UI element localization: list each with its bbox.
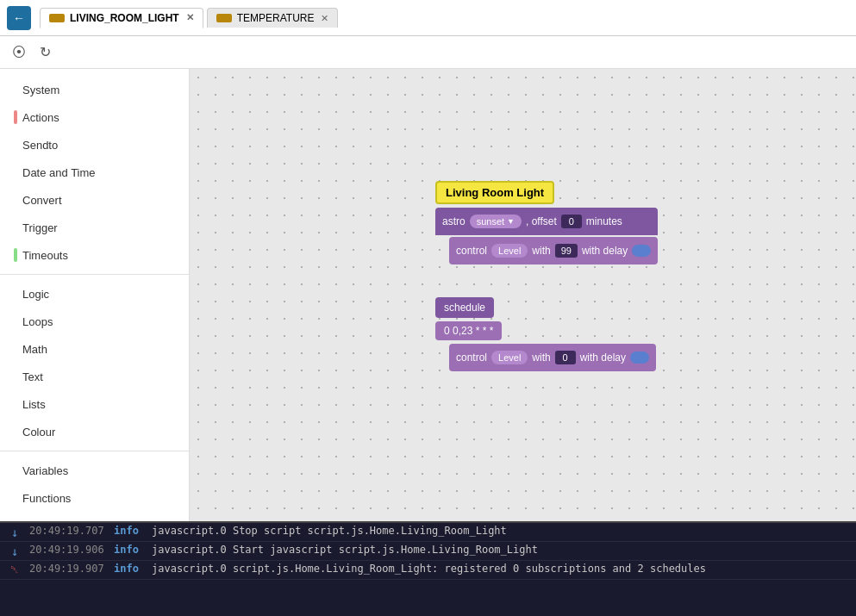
tab-icon-temperature — [216, 14, 232, 22]
sidebar-label-convert: Convert — [22, 194, 62, 207]
control-text-2: control — [456, 352, 487, 364]
convert-indicator — [14, 193, 17, 207]
sidebar-label-functions: Functions — [22, 492, 71, 505]
log-icon-download-1: ↓ — [7, 544, 22, 558]
log-row-1: ↓ 20:49:19.906 info javascript.0 Start j… — [0, 542, 856, 561]
with-delay-text-2: with delay — [580, 352, 626, 364]
tab-close-temperature[interactable]: ✕ — [321, 13, 328, 24]
with-text-2: with — [532, 352, 550, 364]
level-value-1[interactable]: 99 — [555, 244, 578, 258]
sidebar-item-timeouts[interactable]: Timeouts — [0, 241, 189, 269]
main-area: System Actions Sendto Date and Time Conv… — [0, 69, 856, 521]
tab-temperature[interactable]: TEMPERATURE ✕ — [207, 8, 339, 28]
with-text-1: with — [532, 245, 550, 257]
sidebar-label-text: Text — [22, 370, 43, 383]
variables-indicator — [14, 464, 17, 477]
refresh-button[interactable]: ↻ — [36, 40, 54, 64]
sidebar-item-date-and-time[interactable]: Date and Time — [0, 159, 189, 186]
log-message-2: javascript.0 script.js.Home.Living_Room_… — [152, 563, 849, 575]
sidebar-item-variables[interactable]: Variables — [0, 457, 189, 484]
trigger-indicator — [14, 221, 17, 234]
separator-1 — [0, 274, 189, 275]
sunset-pill[interactable]: sunset ▼ — [470, 215, 522, 228]
sidebar-label-trigger: Trigger — [22, 221, 58, 234]
tab-bar: ← LIVING_ROOM_LIGHT ✕ TEMPERATURE ✕ — [0, 0, 856, 36]
sidebar-item-math[interactable]: Math — [0, 335, 189, 363]
sidebar-item-lists[interactable]: Lists — [0, 390, 189, 418]
block-schedule-label[interactable]: schedule — [435, 297, 494, 318]
level-pill-2[interactable]: Level — [491, 351, 528, 364]
log-message-0: javascript.0 Stop script script.js.Home.… — [152, 525, 849, 537]
sidebar-item-convert[interactable]: Convert — [0, 186, 189, 214]
level-label-2: Level — [498, 352, 521, 363]
log-icon-download-0: ↓ — [7, 526, 22, 539]
log-timestamp-2: 20:49:19.907 — [29, 563, 107, 575]
system-indicator — [14, 83, 17, 96]
log-level-1: info — [114, 544, 145, 556]
math-indicator — [14, 342, 17, 356]
log-row-2: ␡ 20:49:19.907 info javascript.0 script.… — [0, 561, 856, 580]
block-group-1: Living Room Light astro sunset ▼ , offse… — [435, 181, 658, 264]
delay-toggle-2[interactable] — [630, 352, 649, 364]
sidebar-label-colour: Colour — [22, 426, 55, 439]
sidebar-label-variables: Variables — [22, 464, 68, 477]
control-text-1: control — [456, 245, 487, 257]
block-group-2: schedule 0 0,23 * * * control Level with… — [435, 297, 656, 371]
sidebar-item-logic[interactable]: Logic — [0, 280, 189, 308]
log-icon-delete-2: ␡ — [7, 563, 22, 576]
level-label-1: Level — [498, 246, 521, 256]
offset-value[interactable]: 0 — [561, 215, 582, 228]
block-cron-value[interactable]: 0 0,23 * * * — [435, 321, 502, 340]
functions-indicator — [14, 491, 17, 505]
back-button[interactable]: ← — [7, 6, 31, 30]
sidebar-label-lists: Lists — [22, 398, 46, 411]
tab-label-living-room: LIVING_ROOM_LIGHT — [70, 12, 179, 24]
sidebar-item-trigger[interactable]: Trigger — [0, 214, 189, 241]
block-row-control-1[interactable]: control Level with 99 with delay — [449, 237, 658, 264]
log-row-0: ↓ 20:49:19.707 info javascript.0 Stop sc… — [0, 523, 856, 542]
text-indicator — [14, 370, 17, 383]
sendto-indicator — [14, 138, 17, 152]
logic-indicator — [14, 287, 17, 301]
sidebar-label-math: Math — [22, 343, 47, 356]
sidebar-item-sendto[interactable]: Sendto — [0, 131, 189, 159]
timeouts-indicator — [14, 248, 17, 262]
target-button[interactable]: ⦿ — [9, 41, 29, 64]
sidebar-item-actions[interactable]: Actions — [0, 103, 189, 131]
colour-indicator — [14, 425, 17, 439]
sidebar-item-text[interactable]: Text — [0, 363, 189, 390]
sidebar-item-colour[interactable]: Colour — [0, 418, 189, 445]
separator-2 — [0, 451, 189, 451]
sidebar-item-functions[interactable]: Functions — [0, 484, 189, 512]
block-label-living-room[interactable]: Living Room Light — [435, 181, 554, 204]
sidebar-label-date-and-time: Date and Time — [22, 166, 96, 179]
log-level-0: info — [114, 525, 145, 537]
block-row-astro[interactable]: astro sunset ▼ , offset 0 minutes — [435, 208, 658, 235]
log-level-2: info — [114, 563, 145, 575]
log-timestamp-0: 20:49:19.707 — [29, 525, 107, 537]
canvas[interactable]: Living Room Light astro sunset ▼ , offse… — [190, 69, 856, 521]
sidebar-label-logic: Logic — [22, 288, 49, 301]
toolbar: ⦿ ↻ — [0, 36, 856, 69]
block-row-control-2[interactable]: control Level with 0 with delay — [449, 344, 656, 371]
log-message-1: javascript.0 Start javascript script.js.… — [152, 544, 849, 556]
level-value-2[interactable]: 0 — [555, 351, 576, 364]
sidebar: System Actions Sendto Date and Time Conv… — [0, 69, 190, 521]
sidebar-label-actions: Actions — [22, 111, 59, 124]
lists-indicator — [14, 397, 17, 411]
sidebar-item-loops[interactable]: Loops — [0, 308, 189, 335]
sidebar-item-system[interactable]: System — [0, 76, 189, 103]
minutes-text: minutes — [586, 215, 622, 227]
sidebar-label-sendto: Sendto — [22, 139, 58, 152]
sunset-dropdown-icon[interactable]: ▼ — [507, 217, 515, 226]
sunset-label: sunset — [477, 216, 504, 227]
tab-living-room-light[interactable]: LIVING_ROOM_LIGHT ✕ — [40, 8, 203, 28]
sidebar-label-timeouts: Timeouts — [22, 249, 68, 262]
log-panel: ↓ 20:49:19.707 info javascript.0 Stop sc… — [0, 521, 856, 616]
tab-close-living-room[interactable]: ✕ — [186, 12, 194, 23]
actions-indicator — [14, 110, 17, 124]
level-pill-1[interactable]: Level — [491, 244, 528, 258]
datetime-indicator — [14, 165, 17, 179]
delay-toggle-1[interactable] — [632, 245, 651, 257]
tab-icon-living-room — [49, 14, 65, 22]
